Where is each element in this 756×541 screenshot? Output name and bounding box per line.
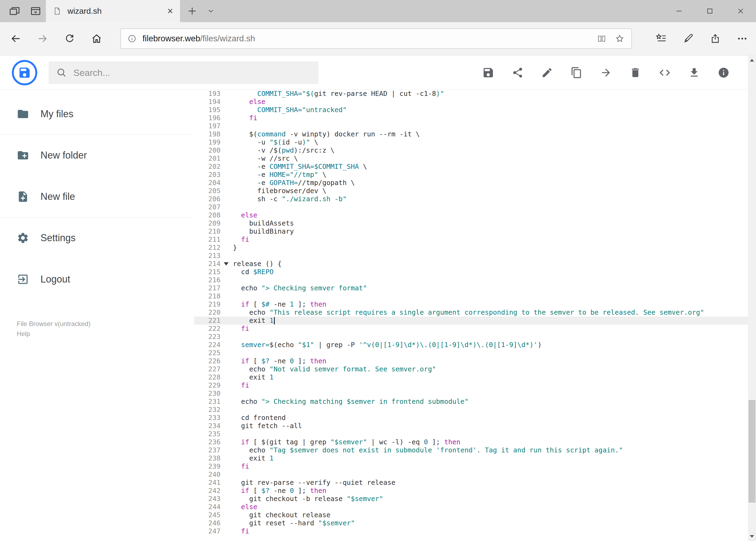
code-line[interactable]: 238 exit 1 (194, 454, 748, 462)
tab-close-icon[interactable]: × (167, 6, 173, 16)
help-link[interactable]: Help (17, 329, 194, 339)
code-line[interactable]: 204 -e GOPATH=//tmp/gopath \ (194, 179, 748, 187)
code-line[interactable]: 221 exit 1 (194, 316, 748, 325)
home-button[interactable] (89, 31, 104, 46)
code-line[interactable]: 229 fi (194, 381, 748, 389)
search-input[interactable] (74, 68, 311, 78)
code-line[interactable]: 208 else (194, 211, 748, 219)
favorites-hub-icon[interactable] (654, 31, 669, 46)
code-line[interactable]: 214release () { (194, 260, 748, 268)
save-button[interactable] (482, 66, 494, 79)
window-minimize-button[interactable] (664, 0, 694, 22)
code-line[interactable]: 194 else (194, 98, 748, 106)
code-line[interactable]: 198 $(command -v winpty) docker run --rm… (194, 130, 748, 138)
code-line[interactable]: 226 if [ $? -ne 0 ]; then (194, 357, 748, 365)
sidebar-item-my-files[interactable]: My files (0, 101, 194, 127)
code-line[interactable]: 233 cd frontend (194, 414, 748, 422)
code-line[interactable]: 244 else (194, 503, 748, 511)
scrollbar-thumb[interactable] (748, 400, 755, 503)
code-line[interactable]: 222 fi (194, 325, 748, 333)
code-line[interactable]: 209 buildAssets (194, 219, 748, 228)
code-line[interactable]: 225 (194, 349, 748, 357)
code-editor[interactable]: 193 COMMIT_SHA="$(git rev-parse HEAD | c… (194, 90, 748, 541)
code-line[interactable]: 197 (194, 122, 748, 130)
code-line[interactable]: 232 (194, 406, 748, 414)
delete-button[interactable] (629, 66, 641, 79)
code-line[interactable]: 219 if [ $# -ne 1 ]; then (194, 300, 748, 308)
site-info-icon[interactable] (127, 34, 136, 43)
code-line[interactable]: 245 git checkout release (194, 511, 748, 519)
back-button[interactable] (8, 31, 23, 46)
tab-list-chevron-icon[interactable] (207, 7, 215, 15)
code-line[interactable]: 246 git reset --hard "$semver" (194, 519, 748, 527)
code-line[interactable]: 193 COMMIT_SHA="$(git rev-parse HEAD | c… (194, 90, 748, 98)
code-line[interactable]: 217 echo "> Checking semver format" (194, 284, 748, 292)
set-aside-tabs-icon[interactable] (9, 5, 21, 17)
code-line[interactable]: 223 (194, 333, 748, 341)
code-line[interactable]: 205 filebrowser/dev \ (194, 187, 748, 195)
search-box[interactable] (49, 61, 319, 84)
browser-tab[interactable]: wizard.sh × (46, 0, 180, 22)
download-button[interactable] (688, 66, 700, 79)
code-line[interactable]: 207 (194, 203, 748, 211)
reading-view-icon[interactable] (597, 34, 607, 44)
sidebar-item-logout[interactable]: Logout (0, 266, 194, 292)
share-button[interactable] (511, 66, 524, 79)
code-line[interactable]: 218 (194, 292, 748, 300)
code-line[interactable]: 240 (194, 470, 748, 479)
code-line[interactable]: 231 echo "> Checking matching $semver in… (194, 397, 748, 406)
window-close-button[interactable] (725, 0, 756, 22)
code-line[interactable]: 247 fi (194, 527, 748, 535)
sidebar-item-new-file[interactable]: New file (0, 184, 194, 210)
address-bar[interactable]: filebrowser.web/files/wizard.sh (121, 28, 632, 49)
code-line[interactable]: 210 buildBinary (194, 228, 748, 236)
code-line[interactable]: 203 -e HOME="//tmp" \ (194, 171, 748, 179)
code-line[interactable]: 211 fi (194, 236, 748, 244)
code-line[interactable]: 230 (194, 389, 748, 397)
code-line[interactable]: 241 git rev-parse --verify --quiet relea… (194, 479, 748, 487)
code-line[interactable]: 228 exit 1 (194, 373, 748, 381)
tab-preview-icon[interactable] (30, 5, 42, 17)
code-line[interactable]: 195 COMMIT_SHA="untracked" (194, 106, 748, 114)
favorite-star-icon[interactable] (615, 34, 625, 44)
new-tab-button[interactable] (186, 5, 198, 17)
code-text: semver=$(echo "$1" | grep -P '^v(0|[1-9]… (233, 341, 748, 349)
code-line[interactable]: 235 (194, 430, 748, 438)
window-maximize-button[interactable] (694, 0, 725, 22)
code-line[interactable]: 227 echo "Not valid semver format. See s… (194, 365, 748, 373)
code-line[interactable]: 213 (194, 252, 748, 260)
code-line[interactable]: 242 if [ $? -ne 0 ]; then (194, 487, 748, 495)
code-line[interactable]: 215 cd $REPO (194, 268, 748, 276)
sidebar-item-new-folder[interactable]: New folder (0, 142, 194, 168)
code-line[interactable]: 224 semver=$(echo "$1" | grep -P '^v(0|[… (194, 341, 748, 349)
code-line[interactable]: 200 -v /$(pwd):/src:z \ (194, 146, 748, 155)
code-line[interactable]: 202 -e COMMIT_SHA=$COMMIT_SHA \ (194, 163, 748, 171)
scrollbar-up-arrow-icon[interactable] (748, 56, 756, 65)
fold-arrow-icon[interactable] (224, 262, 229, 266)
copy-button[interactable] (570, 66, 583, 79)
code-line[interactable]: 199 -u "$(id -u)" \ (194, 138, 748, 146)
code-line[interactable]: 206 sh -c "./wizard.sh -b" (194, 195, 748, 203)
code-line[interactable]: 237 echo "Tag $semver does not exist in … (194, 446, 748, 454)
edit-button[interactable] (541, 66, 553, 79)
more-options-icon[interactable] (735, 31, 750, 46)
move-button[interactable] (600, 66, 612, 79)
code-line[interactable]: 234 git fetch --all (194, 422, 748, 430)
raw-code-button[interactable] (658, 66, 671, 79)
forward-button[interactable] (35, 31, 50, 46)
code-line[interactable]: 216 (194, 276, 748, 284)
refresh-button[interactable] (62, 31, 77, 46)
share-page-icon[interactable] (708, 31, 723, 46)
code-line[interactable]: 239 fi (194, 462, 748, 470)
info-button[interactable] (717, 66, 730, 79)
code-line[interactable]: 220 echo "This release script requires a… (194, 308, 748, 316)
scrollbar-down-arrow-icon[interactable] (748, 532, 756, 541)
code-line[interactable]: 243 git checkout -b release "$semver" (194, 495, 748, 503)
sidebar-item-settings[interactable]: Settings (0, 225, 194, 251)
page-scrollbar[interactable] (748, 56, 756, 541)
code-line[interactable]: 212} (194, 244, 748, 252)
code-line[interactable]: 201 -w //src \ (194, 155, 748, 163)
annotate-pen-icon[interactable] (681, 31, 696, 46)
code-line[interactable]: 196 fi (194, 114, 748, 122)
code-line[interactable]: 236 if [ $(git tag | grep "$semver" | wc… (194, 438, 748, 446)
